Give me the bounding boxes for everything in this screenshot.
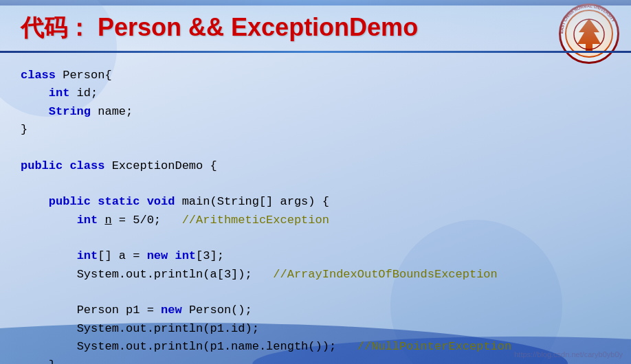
watermark: https://blog.csdn.net/caryb0yb0y xyxy=(514,350,623,359)
title-english: Person && ExceptionDemo xyxy=(98,13,418,41)
code-line-13 xyxy=(21,284,610,302)
code-line-14: Person p1 = new Person(); xyxy=(21,302,610,319)
code-line-4: } xyxy=(21,121,610,139)
title-chinese: 代码： xyxy=(21,14,91,41)
slide: 代码： Person && ExceptionDemo EAST CHINA N xyxy=(0,0,631,364)
header-underline xyxy=(0,51,631,53)
code-line-9: int n = 5/0; //ArithmeticException xyxy=(21,212,610,229)
code-line-5 xyxy=(21,139,610,157)
code-line-15: System.out.println(p1.id); xyxy=(21,320,610,338)
code-line-12: System.out.println(a[3]); //ArrayIndexOu… xyxy=(21,266,610,284)
slide-title: 代码： Person && ExceptionDemo xyxy=(21,12,418,44)
code-line-3: String name; xyxy=(21,103,610,121)
code-line-11: int[] a = new int[3]; xyxy=(21,247,610,265)
code-area: class Person{ int id; String name; } pub… xyxy=(0,53,631,364)
code-line-8: public static void main(String[] args) { xyxy=(21,193,610,211)
slide-header: 代码： Person && ExceptionDemo xyxy=(0,0,631,53)
code-line-2: int id; xyxy=(21,84,610,102)
code-line-10 xyxy=(21,229,610,247)
code-line-1: class Person{ xyxy=(21,67,610,84)
code-line-6: public class ExceptionDemo { xyxy=(21,157,610,175)
code-line-7 xyxy=(21,175,610,193)
